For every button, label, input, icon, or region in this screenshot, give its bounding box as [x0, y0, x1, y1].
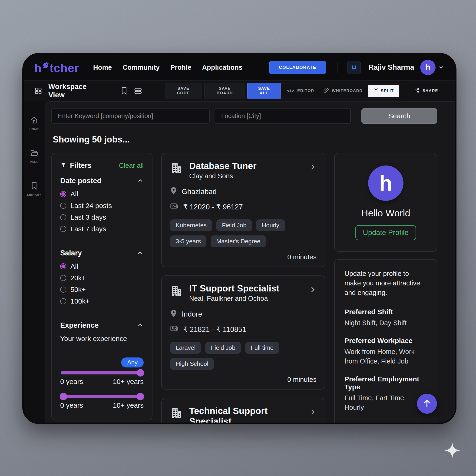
- grid-view-icon[interactable]: [34, 87, 42, 95]
- job-card-it-support[interactable]: IT Support Specialist Neal, Faulkner and…: [161, 275, 325, 390]
- chevron-right-icon[interactable]: [309, 406, 317, 417]
- nav-profile[interactable]: Profile: [170, 64, 191, 71]
- app-logo[interactable]: h tcher: [34, 60, 79, 75]
- share-group: SHARE: [408, 84, 444, 98]
- date-posted-title: Date posted: [60, 177, 101, 185]
- toolbar-divider: [111, 85, 111, 96]
- location-pin-icon: [170, 187, 177, 197]
- save-all-button[interactable]: SAVE ALL: [247, 83, 281, 99]
- rows-view-icon[interactable]: [134, 87, 142, 95]
- avatar[interactable]: h: [420, 60, 436, 75]
- radio-selected[interactable]: [60, 263, 66, 269]
- date-posted-option-7d[interactable]: Last 7 days: [60, 225, 144, 233]
- sidebar-item-library[interactable]: LIBRARY: [27, 182, 41, 196]
- slider-max-label: 10+ years: [113, 378, 144, 386]
- job-card-technical-support[interactable]: Technical Support Specialist Crane-Quinn: [161, 398, 325, 424]
- top-navbar: h tcher Home Community Profile Applicati…: [24, 54, 455, 80]
- job-title[interactable]: Database Tuner: [189, 161, 256, 171]
- radio[interactable]: [60, 287, 66, 293]
- building-icon: [170, 162, 183, 176]
- slider-max-label: 10+ years: [113, 401, 144, 409]
- chevron-up-icon[interactable]: [137, 177, 144, 184]
- content-columns: Filters Clear all Date posted All: [51, 153, 437, 423]
- notification-button[interactable]: [347, 61, 361, 74]
- funnel-icon: [60, 162, 67, 169]
- salary-option-20k[interactable]: 20k+: [60, 274, 144, 282]
- chevron-right-icon[interactable]: [309, 161, 317, 172]
- salary-header: Salary: [60, 249, 144, 257]
- search-bar: Search: [51, 108, 437, 124]
- home-icon: [30, 116, 38, 125]
- job-posted-time: 0 minutes: [170, 253, 317, 261]
- save-board-button[interactable]: SAVE BOARD: [204, 83, 245, 99]
- experience-slider-min[interactable]: [61, 371, 143, 374]
- radio[interactable]: [60, 298, 66, 304]
- radio[interactable]: [60, 203, 66, 209]
- share-button[interactable]: SHARE: [410, 85, 442, 97]
- chevron-right-icon[interactable]: [309, 283, 317, 294]
- bookmark-icon[interactable]: [121, 87, 128, 95]
- job-list: Database Tuner Clay and Sons Ghazla: [161, 153, 325, 424]
- any-badge[interactable]: Any: [121, 357, 144, 367]
- slider-thumb[interactable]: [137, 393, 144, 400]
- salary-option-all[interactable]: All: [60, 262, 144, 270]
- experience-header: Experience: [60, 321, 144, 330]
- job-title-wrap: Technical Support Specialist Crane-Quinn: [189, 406, 309, 424]
- save-code-button[interactable]: SAVE CODE: [165, 83, 202, 99]
- arrow-up-icon: [422, 398, 432, 409]
- filters-title: Filters: [70, 161, 92, 170]
- results-heading: Showing 50 jobs...: [53, 135, 437, 145]
- experience-slider-max[interactable]: [61, 395, 143, 398]
- keyword-input[interactable]: [51, 108, 210, 124]
- salary-option-100k[interactable]: 100k+: [60, 297, 144, 305]
- radio[interactable]: [60, 275, 66, 281]
- job-card-header: IT Support Specialist Neal, Faulkner and…: [170, 283, 317, 302]
- radio-label: 20k+: [70, 274, 86, 282]
- date-posted-option-3d[interactable]: Last 3 days: [60, 213, 144, 221]
- collaborate-button[interactable]: COLLABORATE: [269, 61, 326, 74]
- date-posted-option-all[interactable]: All: [60, 190, 144, 198]
- sidebar-item-pacs[interactable]: PACS: [30, 149, 38, 164]
- radio-selected[interactable]: [60, 191, 66, 197]
- job-title[interactable]: Technical Support Specialist: [189, 406, 309, 424]
- chevron-up-icon[interactable]: [137, 250, 144, 256]
- radio[interactable]: [60, 214, 66, 220]
- pref-shift: Preferred Shift Night Shift, Day Shift: [344, 308, 427, 328]
- chevron-down-icon[interactable]: [438, 64, 444, 71]
- bookmark-icon: [31, 182, 38, 191]
- whiteroadd-button[interactable]: WHITEROADD: [320, 85, 366, 97]
- slider-thumb[interactable]: [60, 393, 67, 400]
- job-title[interactable]: IT Support Specialist: [189, 283, 279, 294]
- update-profile-button[interactable]: Update Profile: [355, 225, 416, 240]
- paperclip-icon: [323, 88, 329, 94]
- radio[interactable]: [60, 226, 66, 232]
- job-card-database-tuner[interactable]: Database Tuner Clay and Sons Ghazla: [161, 153, 325, 267]
- search-button[interactable]: Search: [361, 108, 437, 124]
- job-tag: Master's Degree: [211, 236, 266, 247]
- location-input[interactable]: [215, 108, 351, 124]
- main-content: Search Showing 50 jobs... Filters Clear …: [45, 101, 455, 423]
- clear-all-link[interactable]: Clear all: [119, 162, 144, 170]
- chevron-up-icon[interactable]: [137, 322, 144, 329]
- sidebar-item-home[interactable]: HOME: [30, 116, 39, 131]
- scroll-to-top-button[interactable]: [417, 394, 437, 414]
- salary-option-50k[interactable]: 50k+: [60, 286, 144, 293]
- primary-nav: Home Community Profile Applications: [93, 64, 242, 71]
- slider-thumb[interactable]: [137, 369, 144, 376]
- banknote-icon: [170, 325, 178, 334]
- nav-home[interactable]: Home: [93, 64, 112, 71]
- pref-value: Night Shift, Day Shift: [344, 318, 427, 328]
- job-posted-time: 0 minutes: [170, 376, 317, 384]
- code-icon: </>: [287, 88, 294, 93]
- split-button[interactable]: SPLIT: [368, 85, 399, 97]
- profile-avatar: h: [368, 166, 404, 201]
- editor-button[interactable]: </> EDITOR: [283, 86, 318, 96]
- nav-community[interactable]: Community: [122, 64, 160, 71]
- job-tag: High School: [170, 358, 214, 370]
- job-tags: Laravel Field Job Full time High School: [170, 342, 317, 370]
- editor-tools-group: </> EDITOR WHITEROADD SPLIT: [281, 83, 402, 99]
- date-posted-option-24[interactable]: Last 24 posts: [60, 202, 144, 210]
- save-button-group: SAVE CODE SAVE BOARD SAVE ALL: [165, 83, 281, 99]
- nav-applications[interactable]: Applications: [202, 64, 242, 71]
- job-tag: Laravel: [170, 342, 201, 354]
